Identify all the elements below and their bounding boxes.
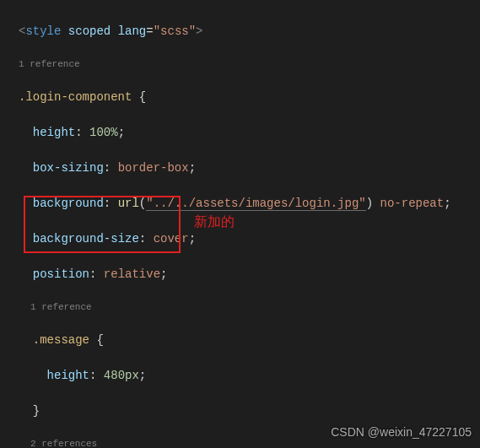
- attr-lang: lang: [118, 24, 147, 38]
- codelens-ref[interactable]: 1 reference: [19, 301, 480, 314]
- codelens-ref[interactable]: 1 reference: [19, 58, 480, 71]
- selector-login: .login-component: [19, 90, 132, 104]
- code-line: background-size: cover;: [19, 230, 480, 248]
- code-line: height: 100%;: [19, 124, 480, 142]
- lang-quote2: ": [189, 24, 196, 38]
- annotation-label: 新加的: [194, 213, 235, 230]
- code-line: background: url("../../assets/images/log…: [19, 195, 480, 213]
- code-line: <style scoped lang="scss">: [19, 23, 480, 40]
- code-editor[interactable]: <style scoped lang="scss"> 1 reference .…: [0, 0, 480, 448]
- code-line: .login-component {: [19, 89, 480, 106]
- angle-close: >: [196, 24, 202, 38]
- url-string: "../../assets/images/login.jpg": [146, 197, 365, 211]
- code-line: height: 480px;: [19, 367, 480, 385]
- watermark: CSDN @weixin_47227105: [331, 424, 472, 441]
- code-line: box-sizing: border-box;: [19, 159, 480, 177]
- attr-scoped: scoped: [68, 24, 111, 38]
- lang-quote1: ": [154, 24, 160, 38]
- lang-val: scss: [160, 24, 189, 38]
- code-line: position: relative;: [19, 266, 480, 283]
- code-line: .message {: [19, 332, 480, 349]
- tag-name: style: [25, 24, 61, 38]
- code-line: }: [19, 402, 480, 420]
- selector-message: .message: [33, 333, 89, 347]
